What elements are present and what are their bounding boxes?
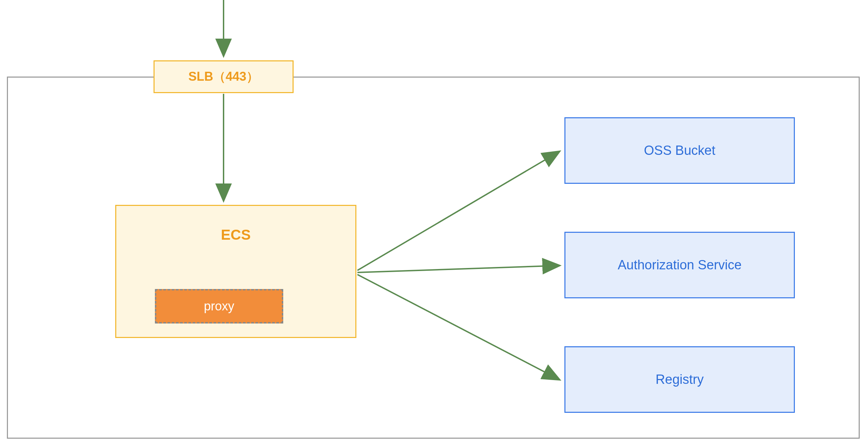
ecs-label: ECS [116, 227, 355, 243]
authorization-service-node: Authorization Service [564, 232, 795, 298]
architecture-diagram: SLB（443） ECS proxy OSS Bucket Authorizat… [0, 0, 868, 448]
slb-node: SLB（443） [154, 60, 294, 93]
oss-label: OSS Bucket [644, 143, 716, 158]
registry-node: Registry [564, 346, 795, 413]
auth-label: Authorization Service [618, 258, 741, 272]
registry-label: Registry [655, 372, 703, 387]
proxy-node: proxy [155, 289, 283, 323]
proxy-label: proxy [204, 299, 234, 313]
oss-bucket-node: OSS Bucket [564, 117, 795, 184]
slb-label: SLB（443） [188, 68, 259, 85]
ecs-node: ECS proxy [115, 205, 356, 338]
